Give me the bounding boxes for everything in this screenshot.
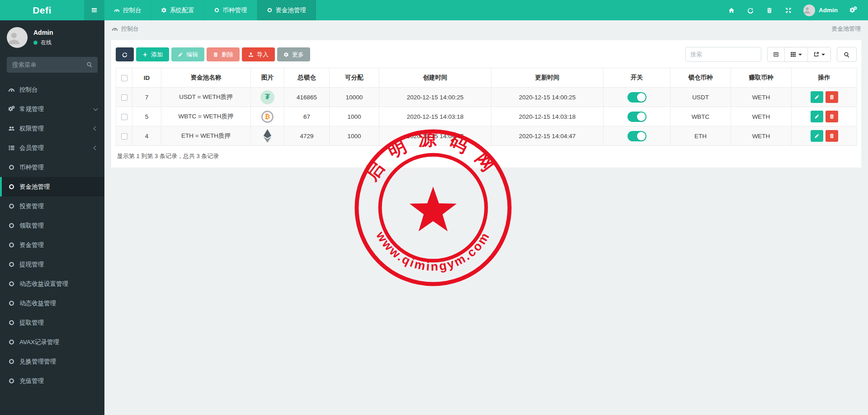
expand-button[interactable] — [779, 0, 798, 20]
sidebar-item-label: 领取管理 — [19, 222, 44, 230]
settings-button[interactable] — [843, 0, 863, 20]
more-button[interactable]: 更多 — [277, 47, 310, 61]
table-header-row: ID资金池名称图片总锁仓可分配创建时间更新时间开关锁仓币种赚取币种操作 — [116, 68, 857, 88]
refresh-icon — [747, 7, 754, 14]
sidebar-toggle-button[interactable] — [84, 0, 104, 20]
checkbox-icon — [121, 94, 127, 101]
sidebar-item-label: 充值管理 — [19, 377, 44, 385]
row-delete-button[interactable] — [826, 130, 838, 142]
circle-icon — [267, 7, 273, 13]
sidebar-item-11[interactable]: 动态收益管理 — [0, 294, 104, 313]
table-row: 7USDT = WETH质押₮416865100002020-12-15 14:… — [116, 88, 857, 107]
person-icon — [803, 5, 815, 16]
user-menu[interactable]: Admin — [798, 0, 843, 20]
refresh-icon — [122, 52, 127, 57]
sidebar-item-3[interactable]: 会员管理 — [0, 138, 104, 158]
cogs-icon — [8, 106, 15, 112]
sidebar-item-label: 资金管理 — [19, 241, 44, 249]
avatar — [803, 5, 815, 16]
cell-lock-coin: USDT — [670, 88, 731, 107]
sidebar-item-0[interactable]: 控制台 — [0, 80, 104, 99]
cogs-icon — [849, 6, 857, 14]
sidebar-item-5[interactable]: 资金池管理 — [0, 177, 104, 196]
plus-icon — [142, 52, 148, 57]
sidebar-item-2[interactable]: 权限管理 — [0, 119, 104, 138]
nav-tab-3[interactable]: 资金池管理 — [257, 0, 316, 20]
row-switch-toggle[interactable] — [627, 112, 646, 122]
topbar-right: Admin — [722, 0, 868, 20]
row-delete-button[interactable] — [826, 111, 838, 122]
row-switch-toggle[interactable] — [627, 131, 646, 141]
nav-tab-2[interactable]: 币种管理 — [204, 0, 257, 20]
row-delete-button[interactable] — [826, 91, 838, 103]
sidebar-item-12[interactable]: 提取管理 — [0, 313, 104, 332]
sidebar-item-6[interactable]: 投资管理 — [0, 196, 104, 216]
chevron-left-icon — [94, 146, 98, 150]
search-icon — [844, 51, 850, 58]
topbar: Defi 控制台系统配置币种管理资金池管理 Admin — [0, 0, 868, 20]
column-header: 总锁仓 — [284, 68, 330, 88]
sidebar-search — [7, 57, 98, 73]
cell-created-time: 2020-12-15 14:00:25 — [379, 88, 491, 107]
sidebar-item-4[interactable]: 币种管理 — [0, 158, 104, 177]
sidebar-item-10[interactable]: 动态收益设置管理 — [0, 274, 104, 294]
nav-tab-label: 资金池管理 — [276, 6, 307, 14]
row-switch-toggle[interactable] — [627, 92, 646, 103]
search-button[interactable] — [837, 47, 857, 62]
select-all-checkbox[interactable] — [116, 68, 132, 88]
menu-search-input[interactable] — [7, 57, 98, 73]
cell-image — [251, 126, 284, 146]
checkbox-icon — [121, 114, 127, 120]
trash-button[interactable] — [760, 0, 779, 20]
sidebar-menu: 控制台常规管理权限管理会员管理币种管理资金池管理投资管理领取管理资金管理提现管理… — [0, 80, 104, 391]
cell-created-time: 2020-12-15 14:04:47 — [379, 126, 491, 146]
refresh-button[interactable] — [741, 0, 760, 20]
row-edit-button[interactable] — [811, 130, 823, 142]
pagination-summary: 显示第 1 到第 3 条记录，总共 3 条记录 — [116, 146, 857, 166]
add-button[interactable]: 添加 — [136, 47, 169, 61]
refresh-button[interactable] — [116, 47, 134, 61]
row-checkbox[interactable] — [116, 126, 132, 146]
home-button[interactable] — [722, 0, 741, 20]
row-checkbox[interactable] — [116, 107, 132, 126]
delete-button[interactable]: 删除 — [207, 47, 240, 61]
cell-updated-time: 2020-12-15 14:04:47 — [491, 126, 604, 146]
gear-icon — [283, 52, 289, 57]
breadcrumb-left[interactable]: 控制台 — [121, 25, 139, 33]
columns-dropdown-button[interactable] — [785, 47, 808, 61]
cell-created-time: 2020-12-15 14:03:18 — [379, 107, 491, 126]
sidebar-item-15[interactable]: 充值管理 — [0, 371, 104, 391]
avatar — [7, 27, 28, 48]
list-icon — [8, 145, 15, 151]
trash-icon — [213, 52, 218, 57]
nav-tab-0[interactable]: 控制台 — [104, 0, 151, 20]
sidebar-item-label: 动态收益管理 — [19, 299, 56, 308]
caret-down-icon — [821, 54, 825, 57]
cell-lock-coin: ETH — [670, 126, 731, 146]
sidebar-user-name: Admin — [33, 29, 53, 36]
defi-admin-app: Defi 控制台系统配置币种管理资金池管理 Admin Admin 在线 — [0, 0, 868, 415]
row-edit-button[interactable] — [811, 111, 823, 122]
export-icon — [813, 51, 819, 57]
cell-total-locked: 416865 — [284, 88, 330, 107]
edit-button[interactable]: 编辑 — [171, 47, 204, 61]
sidebar-item-9[interactable]: 提现管理 — [0, 255, 104, 274]
table-search-input[interactable] — [685, 47, 761, 62]
nav-tab-1[interactable]: 系统配置 — [151, 0, 204, 20]
sidebar-item-1[interactable]: 常规管理 — [0, 99, 104, 119]
sidebar-item-8[interactable]: 资金管理 — [0, 235, 104, 255]
dashboard-icon — [8, 86, 15, 93]
import-button[interactable]: 导入 — [242, 47, 275, 61]
sidebar-item-13[interactable]: AVAX记录管理 — [0, 332, 104, 352]
sidebar-item-14[interactable]: 兑换管理管理 — [0, 352, 104, 371]
row-edit-button[interactable] — [811, 91, 823, 103]
column-header: 可分配 — [330, 68, 379, 88]
app-logo[interactable]: Defi — [0, 0, 84, 20]
row-checkbox[interactable] — [116, 88, 132, 107]
sidebar-item-7[interactable]: 领取管理 — [0, 216, 104, 235]
main-area: 控制台 资金池管理 添加 编辑 删除 导入 更多 — [104, 20, 868, 415]
column-header: 锁仓币种 — [670, 68, 731, 88]
export-dropdown-button[interactable] — [808, 47, 830, 61]
detail-view-button[interactable] — [768, 47, 785, 61]
online-dot-icon — [33, 41, 38, 45]
